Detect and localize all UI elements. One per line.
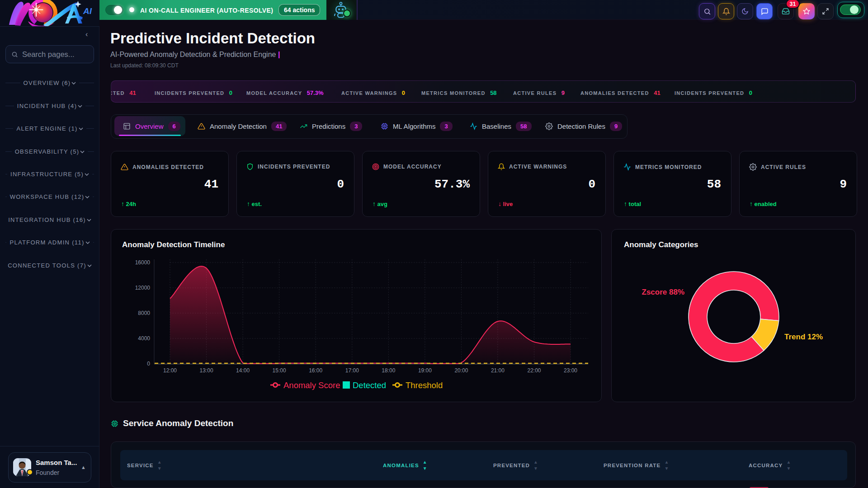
svg-text:21:00: 21:00 (491, 367, 505, 374)
svg-text:12:00: 12:00 (163, 367, 177, 374)
svg-text:Anomaly Score: Anomaly Score (283, 380, 340, 390)
svg-text:16000: 16000 (135, 259, 151, 266)
svg-text:22:00: 22:00 (527, 367, 541, 374)
svg-text:20:00: 20:00 (454, 367, 468, 374)
svg-text:12000: 12000 (135, 285, 151, 291)
svg-text:Trend 12%: Trend 12% (784, 333, 823, 341)
svg-text:Zscore 88%: Zscore 88% (642, 288, 685, 296)
svg-text:AI: AI (83, 6, 92, 16)
svg-text:18:00: 18:00 (382, 367, 395, 374)
svg-text:14:00: 14:00 (236, 367, 250, 374)
svg-text:Detected: Detected (353, 380, 386, 390)
svg-text:0: 0 (147, 361, 150, 367)
svg-text:19:00: 19:00 (418, 367, 432, 374)
svg-text:17:00: 17:00 (345, 367, 359, 374)
svg-text:Threshold: Threshold (406, 380, 443, 390)
svg-text:4000: 4000 (138, 335, 150, 342)
svg-text:13:00: 13:00 (200, 367, 213, 374)
svg-text:16:00: 16:00 (309, 367, 322, 374)
svg-text:15:00: 15:00 (273, 367, 286, 374)
svg-text:8000: 8000 (138, 310, 150, 316)
svg-text:23:00: 23:00 (564, 367, 577, 374)
